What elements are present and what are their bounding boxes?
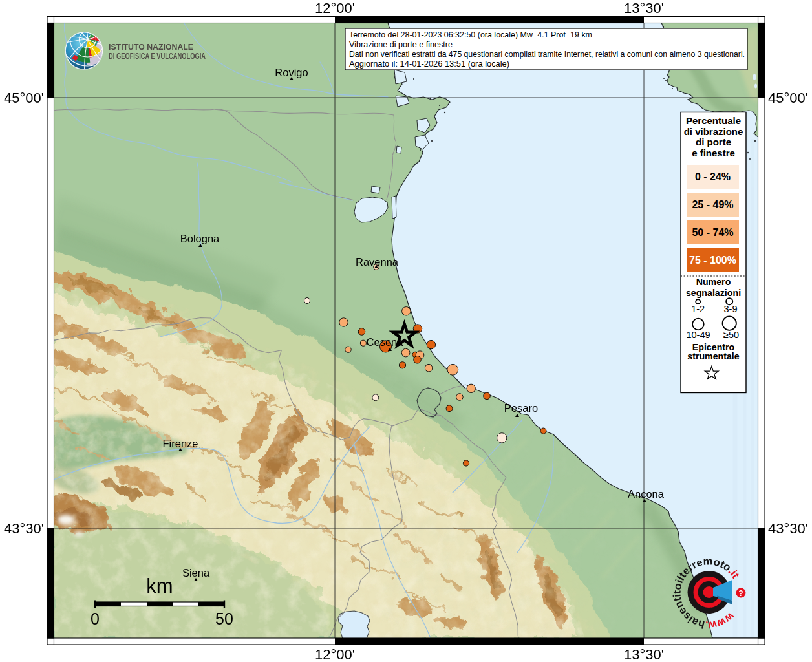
svg-text:Numero: Numero (696, 277, 731, 287)
svg-text:45°00': 45°00' (4, 90, 44, 106)
svg-text:segnalazioni: segnalazioni (686, 288, 741, 298)
svg-text:43°30': 43°30' (768, 520, 808, 537)
svg-text:50: 50 (215, 610, 233, 628)
svg-text:10-49: 10-49 (686, 330, 710, 340)
svg-text:1-2: 1-2 (691, 304, 705, 314)
svg-text:Aggiornato il: 14-01-2026 13:5: Aggiornato il: 14-01-2026 13:51 (ora loc… (349, 59, 509, 69)
svg-text:Bologna: Bologna (180, 233, 220, 244)
svg-text:DI GEOFISICA E VULCANOLOGIA: DI GEOFISICA E VULCANOLOGIA (109, 52, 206, 61)
svg-text:75 - 100%: 75 - 100% (689, 255, 736, 266)
svg-text:12°00': 12°00' (315, 0, 355, 16)
svg-text:Pesaro: Pesaro (504, 402, 538, 414)
svg-text:ISTITUTO NAZIONALE: ISTITUTO NAZIONALE (109, 42, 193, 52)
svg-text:Ancona: Ancona (628, 488, 665, 500)
svg-text:Percentuale: Percentuale (686, 115, 741, 126)
svg-text:43°30': 43°30' (4, 520, 44, 537)
svg-text:Ravenna: Ravenna (356, 256, 399, 268)
svg-text:di porte: di porte (696, 136, 731, 147)
svg-text:di vibrazione: di vibrazione (684, 126, 743, 137)
svg-text:0 - 24%: 0 - 24% (695, 171, 731, 182)
svg-text:12°00': 12°00' (315, 646, 355, 662)
svg-text:?: ? (738, 589, 743, 598)
svg-text:0: 0 (91, 610, 100, 628)
svg-text:Firenze: Firenze (162, 438, 198, 449)
svg-text:≥50: ≥50 (723, 330, 739, 340)
svg-text:Vibrazione di porte e finestre: Vibrazione di porte e finestre (349, 39, 453, 49)
svg-text:50 - 74%: 50 - 74% (692, 227, 733, 238)
svg-text:Terremoto del 28-01-2023 06:32: Terremoto del 28-01-2023 06:32:50 (ora l… (349, 30, 592, 39)
svg-text:Dati non verificati estratti d: Dati non verificati estratti da 475 ques… (349, 49, 745, 59)
svg-text:Rovigo: Rovigo (275, 67, 308, 78)
svg-text:e finestre: e finestre (692, 147, 735, 158)
svg-text:km: km (146, 575, 173, 597)
svg-text:13°30': 13°30' (624, 646, 664, 662)
svg-text:3-9: 3-9 (724, 304, 738, 314)
svg-text:strumentale: strumentale (687, 351, 740, 361)
svg-text:Siena: Siena (182, 567, 210, 579)
svg-text:25 - 49%: 25 - 49% (692, 199, 733, 210)
svg-text:45°00': 45°00' (768, 90, 808, 106)
svg-text:13°30': 13°30' (624, 0, 664, 16)
